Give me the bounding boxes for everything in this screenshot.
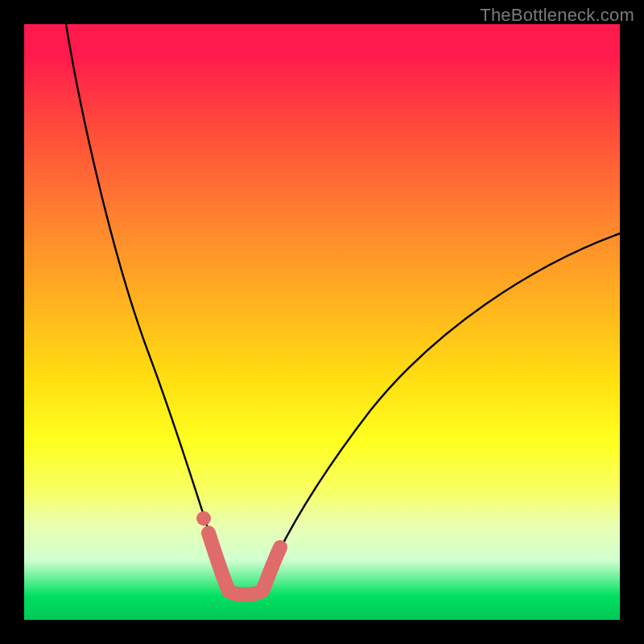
watermark-text: TheBottleneck.com — [480, 5, 634, 26]
gradient-plot-area — [24, 24, 620, 620]
